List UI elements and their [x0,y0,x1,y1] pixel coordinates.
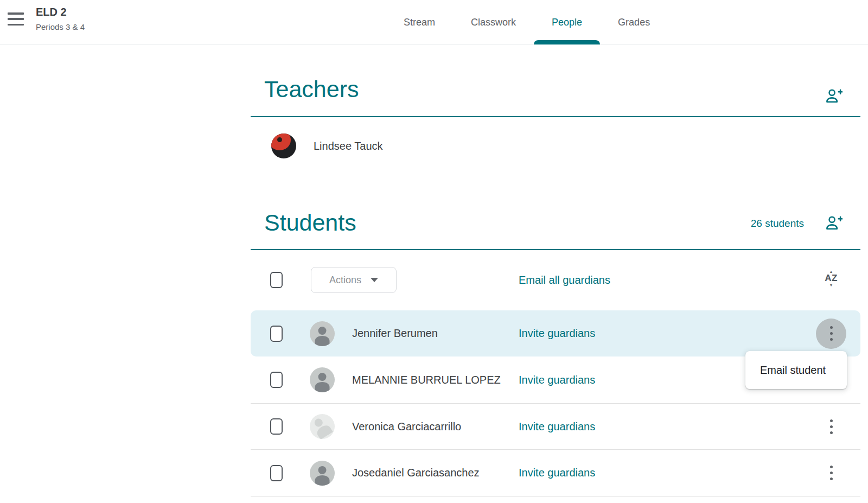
students-toolbar: Actions Email all guardians ▲AZ▼ [251,250,860,310]
tab-grades[interactable]: Grades [600,0,668,44]
nav-tabs: Stream Classwork People Grades [386,0,668,44]
teachers-title: Teachers [251,74,860,104]
actions-dropdown[interactable]: Actions [311,267,397,293]
menu-item-email-student[interactable]: Email student [745,364,826,377]
students-list: Jennifer Berumen Invite guardians MELANN… [251,310,860,496]
student-name: MELANNIE BURRUEL LOPEZ [352,374,519,386]
invite-guardians-link[interactable]: Invite guardians [519,327,816,340]
student-name: Jennifer Berumen [352,327,519,340]
invite-guardians-link[interactable]: Invite guardians [519,467,816,479]
teacher-name: Lindsee Tauck [314,140,383,152]
student-name: Veronica Garciacarrillo [352,421,519,433]
row-checkbox[interactable] [270,326,283,342]
students-header: Students 26 students [251,208,860,237]
row-context-menu: Email student [745,351,847,389]
invite-teacher-button[interactable] [825,87,843,106]
row-menu-kebab-icon[interactable] [816,411,846,442]
student-row-josedaniel-garciasanchez[interactable]: Josedaniel Garciasanchez Invite guardian… [251,450,860,496]
student-avatar [310,461,335,486]
person-add-icon [825,87,843,106]
tab-people[interactable]: People [534,0,600,44]
tab-stream[interactable]: Stream [386,0,453,44]
row-menu-kebab-icon[interactable] [816,319,846,349]
teacher-avatar [271,133,296,158]
teachers-divider [251,116,860,117]
row-checkbox[interactable] [270,372,283,388]
row-menu-kebab-icon[interactable] [816,458,846,488]
person-add-icon [825,214,843,233]
student-row-jennifer-berumen[interactable]: Jennifer Berumen Invite guardians [251,310,860,356]
students-header-right: 26 students [751,214,843,233]
student-avatar [310,321,335,346]
top-bar: ELD 2 Periods 3 & 4 Stream Classwork Peo… [0,0,868,44]
invite-student-button[interactable] [825,214,843,233]
email-all-guardians-link[interactable]: Email all guardians [519,274,610,286]
classroom-people-page: ELD 2 Periods 3 & 4 Stream Classwork Peo… [0,0,868,503]
course-subtitle: Periods 3 & 4 [36,22,85,31]
actions-dropdown-label: Actions [329,275,361,286]
teachers-header: Teachers [251,74,860,104]
select-all-checkbox[interactable] [270,272,283,288]
student-count: 26 students [751,218,804,230]
hamburger-icon[interactable] [8,12,24,26]
people-content: Teachers Lindsee Tauck Students [251,44,860,503]
sort-alpha-icon[interactable]: ▲AZ▼ [821,270,841,287]
student-avatar [310,367,335,392]
student-name: Josedaniel Garciasanchez [352,467,519,479]
row-checkbox[interactable] [270,465,283,481]
row-checkbox[interactable] [270,418,283,435]
course-title: ELD 2 [36,5,85,19]
teacher-row: Lindsee Tauck [251,133,860,159]
student-row-veronica-garciacarrillo[interactable]: Veronica Garciacarrillo Invite guardians [251,403,860,450]
invite-guardians-link[interactable]: Invite guardians [519,421,816,433]
tab-classwork[interactable]: Classwork [453,0,534,44]
course-info: ELD 2 Periods 3 & 4 [36,5,85,31]
caret-down-icon [371,278,378,282]
student-avatar [310,414,335,439]
